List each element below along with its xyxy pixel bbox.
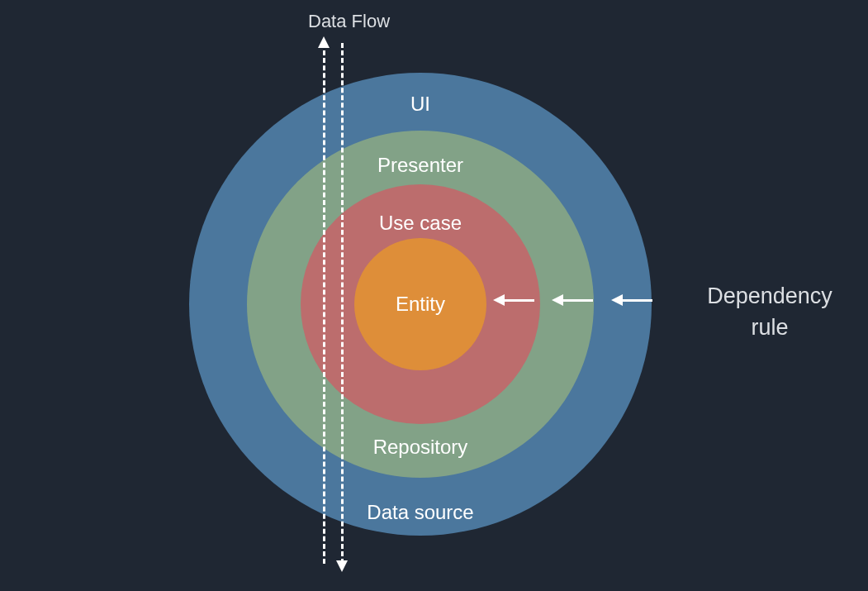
data-flow-line-down [341,43,344,564]
dependency-arrow-3 [621,299,652,302]
label-ui: UI [338,93,503,116]
label-entity: Entity [338,293,503,316]
label-usecase: Use case [338,212,503,235]
label-repository: Repository [338,436,503,459]
dependency-arrow-1 [503,299,534,302]
arrow-up-icon [318,36,330,48]
arrow-down-icon [336,560,348,572]
data-flow-label: Data Flow [308,11,390,32]
data-flow-line-up [323,43,325,564]
dependency-rule-label: Dependency rule [695,281,844,344]
dependency-arrow-2 [562,299,593,302]
label-datasource: Data source [338,501,503,524]
label-presenter: Presenter [338,154,503,177]
